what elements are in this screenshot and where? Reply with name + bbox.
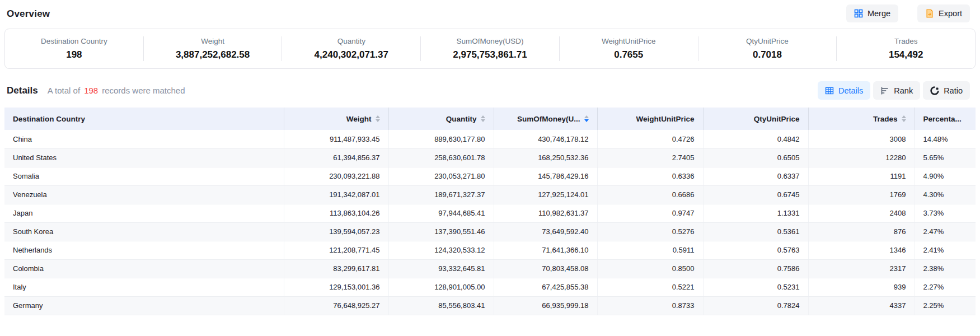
summary-suffix: records were matched [102, 86, 185, 95]
cell-qtyunitprice: 0.5231 [703, 278, 808, 296]
cell-sumofmoney-u: 110,982,631.37 [494, 204, 597, 222]
cell-quantity: 93,332,645.81 [388, 259, 494, 278]
topbar: Overview Merge Export [0, 0, 980, 22]
stat-label: Trades [837, 37, 975, 45]
sort-icon[interactable] [584, 115, 589, 122]
cell-trades: 939 [808, 278, 915, 296]
sort-icon[interactable] [376, 115, 380, 122]
bar-chart-icon [880, 86, 889, 95]
cell-weightunitprice: 0.6686 [597, 185, 703, 204]
grid-merge-icon [854, 9, 863, 18]
stat-label: SumOfMoney(USD) [421, 37, 559, 45]
cell-quantity: 189,671,327.37 [388, 185, 494, 204]
stat-label: Weight [144, 37, 282, 45]
column-header-quantity[interactable]: Quantity [388, 108, 494, 130]
page-title: Overview [7, 4, 50, 20]
cell-weightunitprice: 0.9747 [597, 204, 703, 222]
tab-rank[interactable]: Rank [873, 81, 920, 100]
overview-stats-card: Destination Country198Weight3,887,252,68… [4, 29, 976, 69]
cell-quantity: 258,630,601.78 [388, 148, 494, 167]
column-header-inner: Trades [817, 115, 906, 123]
cell-country: Germany [4, 296, 284, 315]
cell-trades: 3008 [808, 130, 915, 148]
table-row: Colombia83,299,617.8193,332,645.8170,803… [4, 259, 976, 278]
table-header-row: Destination CountryWeightQuantitySumOfMo… [4, 108, 976, 130]
column-header-sumofmoney-u[interactable]: SumOfMoney(U... [494, 108, 597, 130]
cell-qtyunitprice: 0.7586 [703, 259, 808, 278]
cell-trades: 1769 [808, 185, 915, 204]
stat-label: QtyUnitPrice [698, 37, 837, 45]
table-row: Japan113,863,104.2697,944,685.41110,982,… [4, 204, 976, 222]
cell-quantity: 97,944,685.41 [388, 204, 494, 222]
cell-country: Italy [4, 278, 284, 296]
cell-sumofmoney-u: 67,425,855.38 [494, 278, 597, 296]
cell-weight: 911,487,933.45 [284, 130, 388, 148]
column-header-destination-country: Destination Country [4, 108, 284, 130]
details-table: Destination CountryWeightQuantitySumOfMo… [4, 108, 976, 315]
table-row: United States61,394,856.37258,630,601.78… [4, 148, 976, 167]
cell-qtyunitprice: 0.5361 [703, 222, 808, 241]
cell-trades: 2317 [808, 259, 915, 278]
cell-qtyunitprice: 0.6505 [703, 148, 808, 167]
cell-quantity: 889,630,177.80 [388, 130, 494, 148]
file-export-icon [925, 9, 934, 18]
cell-qtyunitprice: 0.5763 [703, 241, 808, 259]
stat-value: 0.7655 [560, 49, 698, 60]
table-row: Germany76,648,925.2785,556,803.4166,935,… [4, 296, 976, 315]
column-header-inner: Weight [293, 115, 380, 123]
cell-qtyunitprice: 0.7824 [703, 296, 808, 315]
column-label: Weight [346, 115, 372, 123]
column-header-inner: Destination Country [13, 115, 275, 123]
cell-weightunitprice: 0.6336 [597, 167, 703, 185]
export-button-label: Export [939, 9, 962, 18]
cell-weight: 191,342,087.01 [284, 185, 388, 204]
tab-details[interactable]: Details [818, 81, 870, 100]
cell-weightunitprice: 0.8733 [597, 296, 703, 315]
column-header-inner: SumOfMoney(U... [503, 115, 589, 123]
stat-value: 198 [5, 49, 143, 60]
cell-qtyunitprice: 0.6745 [703, 185, 808, 204]
cell-country: South Korea [4, 222, 284, 241]
cell-weightunitprice: 0.8500 [597, 259, 703, 278]
sort-icon[interactable] [481, 115, 485, 122]
record-count: 198 [80, 86, 102, 95]
column-header-qtyunitprice: QtyUnitPrice [703, 108, 808, 130]
column-header-weight[interactable]: Weight [284, 108, 388, 130]
stat-weight: Weight3,887,252,682.58 [144, 37, 282, 60]
cell-quantity: 85,556,803.41 [388, 296, 494, 315]
table-row: Somalia230,093,221.88230,053,271.80145,7… [4, 167, 976, 185]
cell-percenta: 3.73% [915, 204, 976, 222]
caret-down-icon [584, 119, 589, 122]
stat-label: Destination Country [5, 37, 143, 45]
stat-label: WeightUnitPrice [560, 37, 698, 45]
stat-sumofmoney-usd: SumOfMoney(USD)2,975,753,861.71 [421, 37, 559, 60]
cell-trades: 2408 [808, 204, 915, 222]
cell-percenta: 2.41% [915, 241, 976, 259]
cell-weight: 230,093,221.88 [284, 167, 388, 185]
column-header-trades[interactable]: Trades [808, 108, 915, 130]
cell-weight: 61,394,856.37 [284, 148, 388, 167]
cell-country: Japan [4, 204, 284, 222]
export-button[interactable]: Export [917, 4, 970, 22]
summary-prefix: A total of [48, 86, 80, 95]
cell-weight: 83,299,617.81 [284, 259, 388, 278]
cell-sumofmoney-u: 430,746,178.12 [494, 130, 597, 148]
stat-value: 2,975,753,861.71 [421, 49, 559, 60]
cell-qtyunitprice: 1.1331 [703, 204, 808, 222]
stat-label: Quantity [282, 37, 420, 45]
column-label: SumOfMoney(U... [517, 115, 580, 123]
cell-weight: 113,863,104.26 [284, 204, 388, 222]
caret-up-icon [481, 115, 485, 118]
cell-percenta: 2.47% [915, 222, 976, 241]
column-header-inner: WeightUnitPrice [606, 115, 695, 123]
cell-quantity: 230,053,271.80 [388, 167, 494, 185]
tab-ratio[interactable]: Ratio [923, 81, 970, 100]
stat-weightunitprice: WeightUnitPrice0.7655 [560, 37, 698, 60]
sort-icon[interactable] [902, 115, 906, 122]
caret-down-icon [481, 119, 485, 122]
merge-button[interactable]: Merge [846, 4, 898, 22]
stat-value: 0.7018 [698, 49, 837, 60]
cell-weightunitprice: 0.5276 [597, 222, 703, 241]
cell-quantity: 137,390,551.46 [388, 222, 494, 241]
cell-weightunitprice: 0.4726 [597, 130, 703, 148]
